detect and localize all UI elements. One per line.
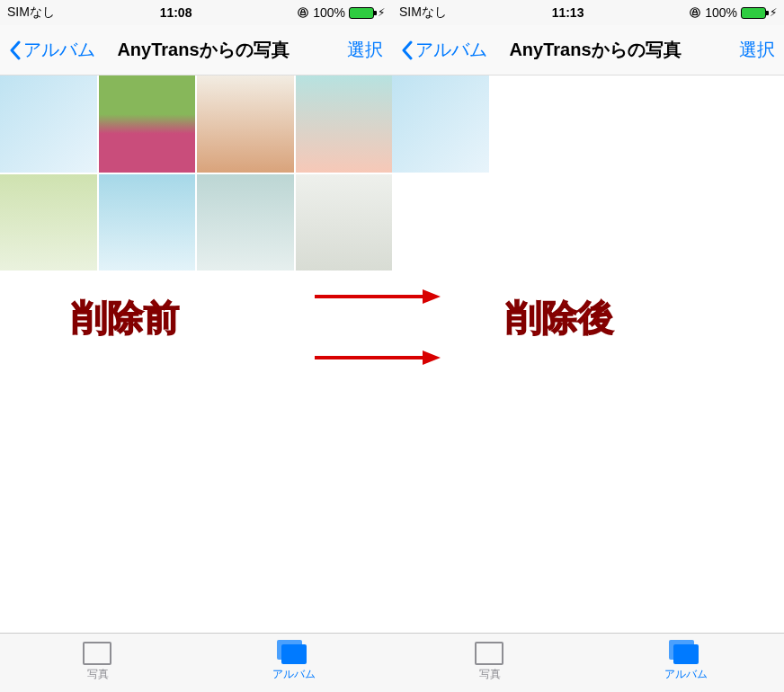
photos-stack-icon	[85, 644, 111, 664]
screenshot-after: SIMなし 11:13 100% ⚡︎ アルバム AnyTransからの写真 選…	[392, 0, 784, 692]
photo-thumbnail[interactable]	[296, 174, 393, 271]
rotation-lock-icon	[689, 6, 701, 19]
photo-grid-area[interactable]	[0, 75, 392, 633]
page-title: AnyTransからの写真	[59, 38, 347, 62]
photos-stack-icon	[477, 644, 503, 664]
photo-thumbnail[interactable]	[197, 174, 294, 271]
battery-icon	[349, 7, 374, 19]
photo-thumbnail[interactable]	[392, 75, 489, 173]
page-title: AnyTransからの写真	[451, 38, 739, 62]
photo-thumbnail[interactable]	[197, 75, 294, 173]
battery-icon	[741, 7, 766, 19]
tab-albums[interactable]: アルバム	[196, 634, 392, 692]
select-button[interactable]: 選択	[739, 38, 775, 62]
status-bar: SIMなし 11:13 100% ⚡︎	[392, 0, 784, 25]
select-button[interactable]: 選択	[347, 38, 383, 62]
nav-bar: アルバム AnyTransからの写真 選択	[0, 25, 392, 75]
photo-thumbnail[interactable]	[99, 174, 196, 271]
nav-bar: アルバム AnyTransからの写真 選択	[392, 25, 784, 75]
photo-grid-area[interactable]	[392, 75, 784, 633]
photo-thumbnail[interactable]	[296, 75, 393, 173]
tab-label: アルバム	[664, 667, 708, 682]
carrier-text: SIMなし	[399, 4, 447, 21]
tab-albums[interactable]: アルバム	[588, 634, 784, 692]
charging-icon: ⚡︎	[770, 6, 777, 19]
photo-thumbnail[interactable]	[99, 75, 196, 173]
carrier-text: SIMなし	[7, 4, 55, 21]
tab-label: 写真	[87, 667, 109, 682]
screenshot-before: SIMなし 11:08 100% ⚡︎ アルバム AnyTransからの写真 選…	[0, 0, 392, 692]
tab-bar: 写真 アルバム	[392, 633, 784, 692]
photo-thumbnail[interactable]	[0, 174, 97, 271]
tab-label: 写真	[479, 667, 501, 682]
tab-label: アルバム	[272, 667, 316, 682]
clock: 11:08	[160, 5, 192, 20]
chevron-left-icon	[9, 40, 22, 60]
photo-thumbnail[interactable]	[0, 75, 97, 173]
tab-photos[interactable]: 写真	[392, 634, 588, 692]
battery-percent: 100%	[313, 5, 345, 20]
tab-photos[interactable]: 写真	[0, 634, 196, 692]
albums-stack-icon	[281, 644, 307, 664]
clock: 11:13	[552, 5, 584, 20]
status-bar: SIMなし 11:08 100% ⚡︎	[0, 0, 392, 25]
rotation-lock-icon	[297, 6, 309, 19]
albums-stack-icon	[673, 644, 699, 664]
chevron-left-icon	[401, 40, 414, 60]
charging-icon: ⚡︎	[378, 6, 385, 19]
tab-bar: 写真 アルバム	[0, 633, 392, 692]
battery-percent: 100%	[705, 5, 737, 20]
